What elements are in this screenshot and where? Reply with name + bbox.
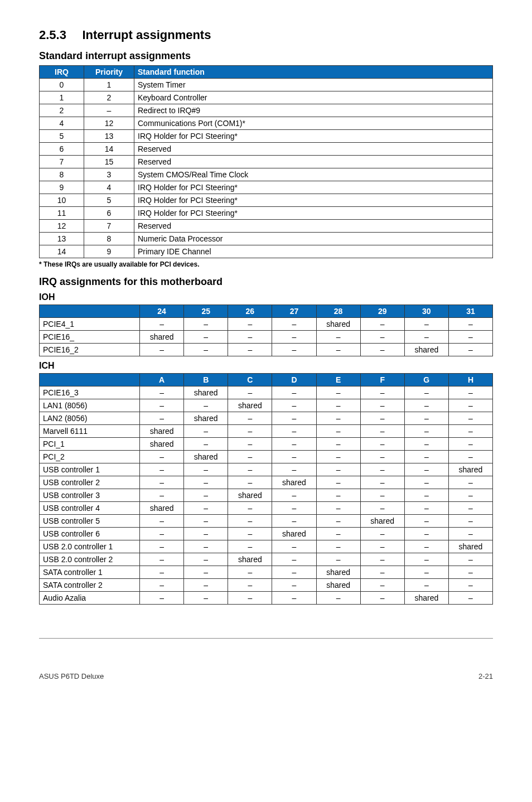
- matrix-cell: –: [404, 476, 448, 489]
- table-row: PCI_2–shared––––––: [40, 451, 493, 463]
- matrix-cell: –: [228, 540, 272, 553]
- matrix-cell: –: [140, 463, 184, 476]
- matrix-cell: –: [448, 386, 492, 399]
- matrix-cell: –: [360, 502, 404, 515]
- matrix-cell: –: [448, 515, 492, 528]
- matrix-cell: –: [360, 489, 404, 502]
- matrix-th: D: [272, 374, 316, 386]
- irq-cell: 8: [40, 168, 84, 181]
- matrix-cell: –: [360, 399, 404, 412]
- matrix-cell: –: [184, 553, 228, 566]
- matrix-cell: –: [184, 331, 228, 344]
- table-row: USB controller 2–––shared––––: [40, 476, 493, 489]
- priority-cell: 4: [84, 181, 134, 194]
- matrix-cell: –: [140, 592, 184, 605]
- irq-cell: 12: [40, 220, 84, 233]
- matrix-cell: –: [140, 515, 184, 528]
- matrix-cell: –: [272, 451, 316, 463]
- table-row: USB 2.0 controller 1–––––––shared: [40, 540, 493, 553]
- irq-cell: 2: [40, 104, 84, 117]
- matrix-th: [40, 305, 140, 318]
- priority-cell: 7: [84, 220, 134, 233]
- matrix-cell: –: [404, 528, 448, 540]
- matrix-cell: –: [228, 528, 272, 540]
- irq-cell: 13: [40, 233, 84, 245]
- matrix-cell: –: [228, 438, 272, 451]
- matrix-th: 31: [448, 305, 492, 318]
- matrix-cell: –: [272, 344, 316, 356]
- matrix-cell: shared: [140, 502, 184, 515]
- table-row: USB 2.0 controller 2––shared–––––: [40, 553, 493, 566]
- ich-table: ABCDEFGH PCIE16_3–shared––––––LAN1 (8056…: [39, 373, 493, 605]
- matrix-cell: –: [272, 489, 316, 502]
- matrix-cell: shared: [448, 463, 492, 476]
- matrix-cell: –: [360, 438, 404, 451]
- row-label: PCIE4_1: [40, 318, 140, 331]
- matrix-cell: –: [448, 592, 492, 605]
- matrix-cell: –: [272, 425, 316, 438]
- matrix-cell: –: [316, 438, 360, 451]
- matrix-cell: –: [140, 451, 184, 463]
- function-cell: Reserved: [134, 156, 493, 168]
- matrix-cell: –: [316, 553, 360, 566]
- table-row: 513IRQ Holder for PCI Steering*: [40, 130, 493, 143]
- matrix-th: 27: [272, 305, 316, 318]
- table-row: PCIE16_2––––––shared–: [40, 344, 493, 356]
- matrix-cell: –: [272, 540, 316, 553]
- irq-th-function: Standard function: [134, 66, 493, 79]
- function-cell: Reserved: [134, 220, 493, 233]
- ioh-title: IOH: [39, 292, 493, 302]
- table-row: 412Communications Port (COM1)*: [40, 117, 493, 130]
- row-label: SATA controller 2: [40, 579, 140, 592]
- matrix-cell: –: [272, 579, 316, 592]
- matrix-cell: –: [316, 540, 360, 553]
- footer-right: 2-21: [478, 672, 493, 680]
- matrix-cell: –: [228, 344, 272, 356]
- table-row: PCIE16_3–shared––––––: [40, 386, 493, 399]
- matrix-cell: –: [184, 425, 228, 438]
- matrix-cell: –: [360, 425, 404, 438]
- table-row: SATA controller 1––––shared–––: [40, 566, 493, 579]
- matrix-cell: –: [448, 438, 492, 451]
- ich-title: ICH: [39, 361, 493, 371]
- irq-cell: 1: [40, 91, 84, 104]
- matrix-cell: shared: [360, 515, 404, 528]
- row-label: Marvell 6111: [40, 425, 140, 438]
- priority-cell: 13: [84, 130, 134, 143]
- footer-left: ASUS P6TD Deluxe: [39, 672, 104, 680]
- matrix-cell: –: [448, 476, 492, 489]
- matrix-cell: –: [316, 502, 360, 515]
- irq-cell: 0: [40, 79, 84, 91]
- irq-cell: 10: [40, 194, 84, 207]
- priority-cell: 2: [84, 91, 134, 104]
- matrix-th: 29: [360, 305, 404, 318]
- matrix-cell: –: [140, 528, 184, 540]
- matrix-cell: –: [404, 540, 448, 553]
- section-heading: 2.5.3 Interrupt assignments: [39, 28, 493, 42]
- matrix-cell: –: [404, 318, 448, 331]
- irq-cell: 9: [40, 181, 84, 194]
- matrix-cell: –: [228, 502, 272, 515]
- matrix-cell: –: [360, 579, 404, 592]
- matrix-cell: –: [316, 412, 360, 425]
- matrix-cell: shared: [404, 344, 448, 356]
- priority-cell: 3: [84, 168, 134, 181]
- matrix-cell: shared: [404, 592, 448, 605]
- irq-cell: 4: [40, 117, 84, 130]
- function-cell: IRQ Holder for PCI Steering*: [134, 130, 493, 143]
- subheading-board: IRQ assignments for this motherboard: [39, 276, 493, 288]
- function-cell: IRQ Holder for PCI Steering*: [134, 207, 493, 220]
- matrix-cell: –: [228, 476, 272, 489]
- row-label: USB controller 2: [40, 476, 140, 489]
- matrix-cell: –: [184, 318, 228, 331]
- matrix-cell: –: [316, 463, 360, 476]
- table-row: Audio Azalia––––––shared–: [40, 592, 493, 605]
- matrix-cell: –: [140, 579, 184, 592]
- matrix-cell: –: [184, 592, 228, 605]
- matrix-cell: –: [272, 399, 316, 412]
- matrix-cell: –: [316, 331, 360, 344]
- matrix-cell: –: [272, 592, 316, 605]
- row-label: PCIE16_2: [40, 344, 140, 356]
- matrix-cell: –: [448, 502, 492, 515]
- row-label: USB 2.0 controller 1: [40, 540, 140, 553]
